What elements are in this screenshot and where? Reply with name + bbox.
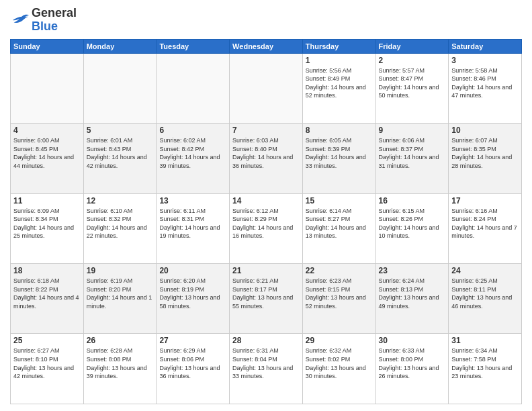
day-info: Sunrise: 6:29 AM Sunset: 8:06 PM Dayligh… [159, 347, 226, 380]
day-info: Sunrise: 6:21 AM Sunset: 8:17 PM Dayligh… [232, 277, 300, 310]
day-number: 20 [159, 266, 226, 275]
header-row: SundayMondayTuesdayWednesdayThursdayFrid… [11, 39, 522, 53]
header-cell-tuesday: Tuesday [157, 39, 230, 53]
week-row-4: 25Sunrise: 6:27 AM Sunset: 8:10 PM Dayli… [11, 334, 522, 404]
day-cell: 27Sunrise: 6:29 AM Sunset: 8:06 PM Dayli… [157, 334, 230, 404]
day-cell: 3Sunrise: 5:58 AM Sunset: 8:46 PM Daylig… [449, 53, 522, 123]
header-cell-sunday: Sunday [11, 39, 84, 53]
day-info: Sunrise: 6:24 AM Sunset: 8:13 PM Dayligh… [379, 277, 446, 310]
day-info: Sunrise: 6:20 AM Sunset: 8:19 PM Dayligh… [159, 277, 226, 310]
header-cell-saturday: Saturday [449, 39, 522, 53]
day-cell: 24Sunrise: 6:25 AM Sunset: 8:11 PM Dayli… [449, 264, 522, 334]
day-cell: 9Sunrise: 6:06 AM Sunset: 8:37 PM Daylig… [375, 124, 449, 193]
day-number: 23 [379, 266, 446, 275]
day-number: 12 [87, 196, 154, 205]
day-number: 28 [232, 336, 300, 345]
day-info: Sunrise: 6:16 AM Sunset: 8:24 PM Dayligh… [451, 207, 519, 240]
day-number: 6 [159, 126, 226, 135]
day-info: Sunrise: 6:33 AM Sunset: 8:00 PM Dayligh… [379, 347, 446, 380]
day-cell: 12Sunrise: 6:10 AM Sunset: 8:32 PM Dayli… [83, 193, 157, 263]
day-cell: 20Sunrise: 6:20 AM Sunset: 8:19 PM Dayli… [157, 264, 230, 334]
day-number: 1 [306, 56, 373, 65]
day-info: Sunrise: 6:09 AM Sunset: 8:34 PM Dayligh… [13, 207, 81, 240]
day-cell: 22Sunrise: 6:23 AM Sunset: 8:15 PM Dayli… [302, 264, 375, 334]
day-info: Sunrise: 6:19 AM Sunset: 8:20 PM Dayligh… [87, 277, 154, 310]
day-info: Sunrise: 6:27 AM Sunset: 8:10 PM Dayligh… [13, 347, 81, 380]
day-cell: 6Sunrise: 6:02 AM Sunset: 8:42 PM Daylig… [157, 124, 230, 193]
day-number: 30 [379, 336, 446, 345]
day-number: 14 [232, 196, 300, 205]
day-number: 4 [13, 126, 81, 135]
day-cell: 29Sunrise: 6:32 AM Sunset: 8:02 PM Dayli… [302, 334, 375, 404]
day-number: 9 [379, 126, 446, 135]
day-number: 25 [13, 336, 81, 345]
week-row-1: 4Sunrise: 6:00 AM Sunset: 8:45 PM Daylig… [11, 124, 522, 193]
day-info: Sunrise: 6:03 AM Sunset: 8:40 PM Dayligh… [232, 136, 300, 170]
day-info: Sunrise: 6:07 AM Sunset: 8:35 PM Dayligh… [451, 136, 519, 170]
day-cell: 14Sunrise: 6:12 AM Sunset: 8:29 PM Dayli… [230, 193, 303, 263]
day-cell: 2Sunrise: 5:57 AM Sunset: 8:47 PM Daylig… [375, 53, 449, 123]
day-info: Sunrise: 6:18 AM Sunset: 8:22 PM Dayligh… [13, 277, 81, 310]
day-info: Sunrise: 6:01 AM Sunset: 8:43 PM Dayligh… [87, 136, 154, 170]
day-info: Sunrise: 5:56 AM Sunset: 8:49 PM Dayligh… [306, 66, 373, 100]
day-info: Sunrise: 6:00 AM Sunset: 8:45 PM Dayligh… [13, 136, 81, 170]
header-cell-thursday: Thursday [302, 39, 375, 53]
day-number: 31 [451, 336, 519, 345]
day-number: 21 [232, 266, 300, 275]
logo-text: General Blue [32, 7, 77, 34]
day-cell: 21Sunrise: 6:21 AM Sunset: 8:17 PM Dayli… [230, 264, 303, 334]
day-info: Sunrise: 6:06 AM Sunset: 8:37 PM Dayligh… [379, 136, 446, 170]
day-number: 5 [87, 126, 154, 135]
logo-bird-icon [10, 13, 29, 28]
day-number: 19 [87, 266, 154, 275]
day-info: Sunrise: 6:32 AM Sunset: 8:02 PM Dayligh… [306, 347, 373, 380]
day-cell: 26Sunrise: 6:28 AM Sunset: 8:08 PM Dayli… [83, 334, 157, 404]
day-number: 7 [232, 126, 300, 135]
day-cell: 5Sunrise: 6:01 AM Sunset: 8:43 PM Daylig… [83, 124, 157, 193]
day-cell: 8Sunrise: 6:05 AM Sunset: 8:39 PM Daylig… [302, 124, 375, 193]
day-cell [11, 53, 84, 123]
logo: General Blue [10, 7, 77, 34]
day-info: Sunrise: 6:14 AM Sunset: 8:27 PM Dayligh… [306, 207, 373, 240]
day-info: Sunrise: 6:23 AM Sunset: 8:15 PM Dayligh… [306, 277, 373, 310]
day-number: 13 [159, 196, 226, 205]
day-number: 15 [306, 196, 373, 205]
day-cell: 16Sunrise: 6:15 AM Sunset: 8:26 PM Dayli… [375, 193, 449, 263]
day-info: Sunrise: 6:11 AM Sunset: 8:31 PM Dayligh… [159, 207, 226, 240]
day-info: Sunrise: 6:10 AM Sunset: 8:32 PM Dayligh… [87, 207, 154, 240]
day-cell [230, 53, 303, 123]
day-info: Sunrise: 6:02 AM Sunset: 8:42 PM Dayligh… [159, 136, 226, 170]
calendar-table: SundayMondayTuesdayWednesdayThursdayFrid… [10, 39, 522, 404]
week-row-2: 11Sunrise: 6:09 AM Sunset: 8:34 PM Dayli… [11, 193, 522, 263]
day-number: 2 [379, 56, 446, 65]
day-cell: 4Sunrise: 6:00 AM Sunset: 8:45 PM Daylig… [11, 124, 84, 193]
header-cell-wednesday: Wednesday [230, 39, 303, 53]
day-info: Sunrise: 5:57 AM Sunset: 8:47 PM Dayligh… [379, 66, 446, 100]
page-header: General Blue [10, 7, 522, 34]
day-cell: 11Sunrise: 6:09 AM Sunset: 8:34 PM Dayli… [11, 193, 84, 263]
day-cell [157, 53, 230, 123]
day-number: 17 [451, 196, 519, 205]
week-row-3: 18Sunrise: 6:18 AM Sunset: 8:22 PM Dayli… [11, 264, 522, 334]
day-number: 22 [306, 266, 373, 275]
day-number: 3 [451, 56, 519, 65]
day-info: Sunrise: 6:28 AM Sunset: 8:08 PM Dayligh… [87, 347, 154, 380]
day-number: 29 [306, 336, 373, 345]
day-number: 27 [159, 336, 226, 345]
day-cell: 13Sunrise: 6:11 AM Sunset: 8:31 PM Dayli… [157, 193, 230, 263]
day-number: 8 [306, 126, 373, 135]
day-number: 10 [451, 126, 519, 135]
day-info: Sunrise: 6:05 AM Sunset: 8:39 PM Dayligh… [306, 136, 373, 170]
day-info: Sunrise: 6:25 AM Sunset: 8:11 PM Dayligh… [451, 277, 519, 310]
day-cell: 17Sunrise: 6:16 AM Sunset: 8:24 PM Dayli… [449, 193, 522, 263]
day-number: 18 [13, 266, 81, 275]
day-info: Sunrise: 6:34 AM Sunset: 7:58 PM Dayligh… [451, 347, 519, 380]
day-cell: 28Sunrise: 6:31 AM Sunset: 8:04 PM Dayli… [230, 334, 303, 404]
day-info: Sunrise: 6:12 AM Sunset: 8:29 PM Dayligh… [232, 207, 300, 240]
day-number: 16 [379, 196, 446, 205]
day-cell: 25Sunrise: 6:27 AM Sunset: 8:10 PM Dayli… [11, 334, 84, 404]
day-info: Sunrise: 5:58 AM Sunset: 8:46 PM Dayligh… [451, 66, 519, 100]
week-row-0: 1Sunrise: 5:56 AM Sunset: 8:49 PM Daylig… [11, 53, 522, 123]
day-number: 26 [87, 336, 154, 345]
day-cell: 15Sunrise: 6:14 AM Sunset: 8:27 PM Dayli… [302, 193, 375, 263]
